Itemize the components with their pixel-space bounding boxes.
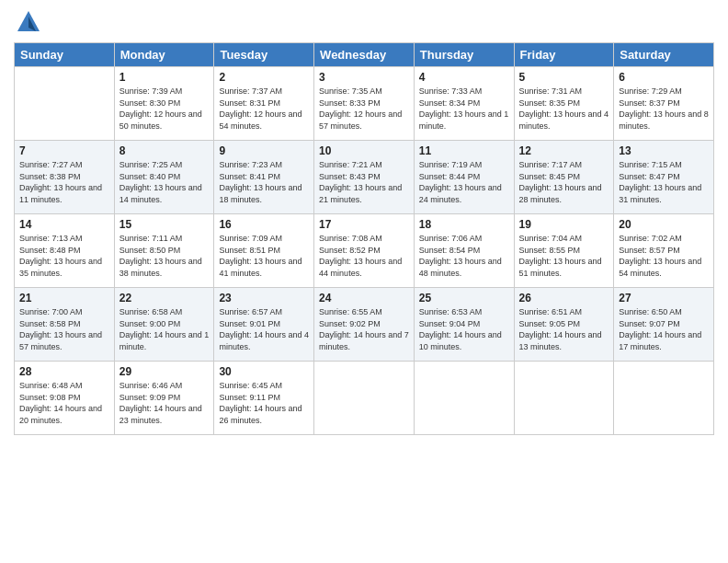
calendar-table: SundayMondayTuesdayWednesdayThursdayFrid…: [14, 42, 714, 435]
day-cell: 17Sunrise: 7:08 AMSunset: 8:52 PMDayligh…: [314, 214, 415, 288]
day-number: 8: [119, 144, 210, 157]
day-cell: 6Sunrise: 7:29 AMSunset: 8:37 PMDaylight…: [614, 67, 714, 141]
day-cell: 13Sunrise: 7:15 AMSunset: 8:47 PMDayligh…: [614, 141, 714, 214]
day-info: Sunrise: 6:58 AMSunset: 9:00 PMDaylight:…: [119, 306, 210, 352]
day-cell: 22Sunrise: 6:58 AMSunset: 9:00 PMDayligh…: [114, 288, 214, 362]
day-number: 28: [19, 365, 109, 378]
day-number: 9: [219, 144, 309, 157]
day-info: Sunrise: 7:15 AMSunset: 8:47 PMDaylight:…: [619, 159, 709, 205]
day-info: Sunrise: 7:37 AMSunset: 8:31 PMDaylight:…: [219, 86, 309, 132]
day-info: Sunrise: 6:46 AMSunset: 9:09 PMDaylight:…: [119, 380, 210, 426]
day-cell: [15, 67, 115, 141]
day-cell: 28Sunrise: 6:48 AMSunset: 9:08 PMDayligh…: [15, 362, 115, 435]
day-number: 27: [619, 292, 709, 304]
day-info: Sunrise: 7:33 AMSunset: 8:34 PMDaylight:…: [419, 86, 509, 132]
day-number: 20: [619, 218, 709, 231]
day-header-monday: Monday: [114, 43, 214, 67]
day-number: 30: [219, 365, 309, 378]
week-row-1: 1Sunrise: 7:39 AMSunset: 8:30 PMDaylight…: [15, 67, 714, 141]
day-cell: 7Sunrise: 7:27 AMSunset: 8:38 PMDaylight…: [15, 141, 115, 214]
day-number: 13: [619, 144, 709, 157]
day-info: Sunrise: 6:51 AMSunset: 9:05 PMDaylight:…: [519, 306, 609, 352]
day-cell: 27Sunrise: 6:50 AMSunset: 9:07 PMDayligh…: [614, 288, 714, 362]
day-cell: 15Sunrise: 7:11 AMSunset: 8:50 PMDayligh…: [114, 214, 214, 288]
day-cell: 5Sunrise: 7:31 AMSunset: 8:35 PMDaylight…: [514, 67, 614, 141]
day-cell: 4Sunrise: 7:33 AMSunset: 8:34 PMDaylight…: [414, 67, 514, 141]
day-info: Sunrise: 7:29 AMSunset: 8:37 PMDaylight:…: [619, 86, 709, 132]
day-cell: 2Sunrise: 7:37 AMSunset: 8:31 PMDaylight…: [214, 67, 314, 141]
day-number: 25: [419, 292, 509, 304]
day-info: Sunrise: 6:45 AMSunset: 9:11 PMDaylight:…: [219, 380, 309, 426]
day-number: 23: [219, 292, 309, 304]
day-info: Sunrise: 7:25 AMSunset: 8:40 PMDaylight:…: [119, 159, 210, 205]
day-info: Sunrise: 7:23 AMSunset: 8:41 PMDaylight:…: [219, 159, 309, 205]
day-cell: 14Sunrise: 7:13 AMSunset: 8:48 PMDayligh…: [15, 214, 115, 288]
day-number: 24: [319, 292, 409, 304]
day-info: Sunrise: 6:53 AMSunset: 9:04 PMDaylight:…: [419, 306, 509, 352]
day-info: Sunrise: 7:35 AMSunset: 8:33 PMDaylight:…: [319, 86, 409, 132]
day-number: 16: [219, 218, 309, 231]
day-cell: 3Sunrise: 7:35 AMSunset: 8:33 PMDaylight…: [314, 67, 415, 141]
week-row-3: 14Sunrise: 7:13 AMSunset: 8:48 PMDayligh…: [15, 214, 714, 288]
day-number: 4: [419, 71, 509, 84]
day-number: 29: [119, 365, 210, 378]
day-info: Sunrise: 7:39 AMSunset: 8:30 PMDaylight:…: [119, 86, 210, 132]
day-info: Sunrise: 7:11 AMSunset: 8:50 PMDaylight:…: [119, 233, 210, 279]
day-info: Sunrise: 7:27 AMSunset: 8:38 PMDaylight:…: [19, 159, 109, 205]
day-number: 10: [319, 144, 409, 157]
day-number: 22: [119, 292, 210, 304]
day-info: Sunrise: 7:08 AMSunset: 8:52 PMDaylight:…: [319, 233, 409, 279]
day-cell: 24Sunrise: 6:55 AMSunset: 9:02 PMDayligh…: [314, 288, 415, 362]
day-cell: [314, 362, 415, 435]
day-cell: 21Sunrise: 7:00 AMSunset: 8:58 PMDayligh…: [15, 288, 115, 362]
day-number: 7: [19, 144, 109, 157]
day-info: Sunrise: 7:09 AMSunset: 8:51 PMDaylight:…: [219, 233, 309, 279]
day-number: 11: [419, 144, 509, 157]
day-number: 26: [519, 292, 609, 304]
day-info: Sunrise: 7:00 AMSunset: 8:58 PMDaylight:…: [19, 306, 109, 352]
week-row-2: 7Sunrise: 7:27 AMSunset: 8:38 PMDaylight…: [15, 141, 714, 214]
day-cell: 16Sunrise: 7:09 AMSunset: 8:51 PMDayligh…: [214, 214, 314, 288]
day-cell: 1Sunrise: 7:39 AMSunset: 8:30 PMDaylight…: [114, 67, 214, 141]
day-cell: 9Sunrise: 7:23 AMSunset: 8:41 PMDaylight…: [214, 141, 314, 214]
day-number: 15: [119, 218, 210, 231]
day-number: 1: [119, 71, 210, 84]
day-cell: 19Sunrise: 7:04 AMSunset: 8:55 PMDayligh…: [514, 214, 614, 288]
day-number: 18: [419, 218, 509, 231]
day-header-friday: Friday: [514, 43, 614, 67]
day-cell: 20Sunrise: 7:02 AMSunset: 8:57 PMDayligh…: [614, 214, 714, 288]
day-info: Sunrise: 7:31 AMSunset: 8:35 PMDaylight:…: [519, 86, 609, 132]
day-header-tuesday: Tuesday: [214, 43, 314, 67]
logo-icon: [16, 9, 41, 35]
header-row: SundayMondayTuesdayWednesdayThursdayFrid…: [15, 43, 714, 67]
day-number: 5: [519, 71, 609, 84]
day-number: 2: [219, 71, 309, 84]
week-row-5: 28Sunrise: 6:48 AMSunset: 9:08 PMDayligh…: [15, 362, 714, 435]
day-cell: 25Sunrise: 6:53 AMSunset: 9:04 PMDayligh…: [414, 288, 514, 362]
day-cell: 10Sunrise: 7:21 AMSunset: 8:43 PMDayligh…: [314, 141, 415, 214]
logo: [14, 9, 41, 35]
day-cell: [414, 362, 514, 435]
day-number: 14: [19, 218, 109, 231]
day-cell: 8Sunrise: 7:25 AMSunset: 8:40 PMDaylight…: [114, 141, 214, 214]
day-info: Sunrise: 7:21 AMSunset: 8:43 PMDaylight:…: [319, 159, 409, 205]
day-info: Sunrise: 6:50 AMSunset: 9:07 PMDaylight:…: [619, 306, 709, 352]
day-info: Sunrise: 6:55 AMSunset: 9:02 PMDaylight:…: [319, 306, 409, 352]
header: [14, 9, 714, 35]
day-cell: 12Sunrise: 7:17 AMSunset: 8:45 PMDayligh…: [514, 141, 614, 214]
day-info: Sunrise: 6:57 AMSunset: 9:01 PMDaylight:…: [219, 306, 309, 352]
day-info: Sunrise: 7:02 AMSunset: 8:57 PMDaylight:…: [619, 233, 709, 279]
day-info: Sunrise: 7:04 AMSunset: 8:55 PMDaylight:…: [519, 233, 609, 279]
day-header-sunday: Sunday: [15, 43, 115, 67]
day-number: 21: [19, 292, 109, 304]
week-row-4: 21Sunrise: 7:00 AMSunset: 8:58 PMDayligh…: [15, 288, 714, 362]
day-info: Sunrise: 7:06 AMSunset: 8:54 PMDaylight:…: [419, 233, 509, 279]
day-cell: [614, 362, 714, 435]
day-header-thursday: Thursday: [414, 43, 514, 67]
day-number: 12: [519, 144, 609, 157]
day-info: Sunrise: 7:17 AMSunset: 8:45 PMDaylight:…: [519, 159, 609, 205]
day-number: 3: [319, 71, 409, 84]
day-info: Sunrise: 6:48 AMSunset: 9:08 PMDaylight:…: [19, 380, 109, 426]
day-cell: 18Sunrise: 7:06 AMSunset: 8:54 PMDayligh…: [414, 214, 514, 288]
day-header-wednesday: Wednesday: [314, 43, 415, 67]
